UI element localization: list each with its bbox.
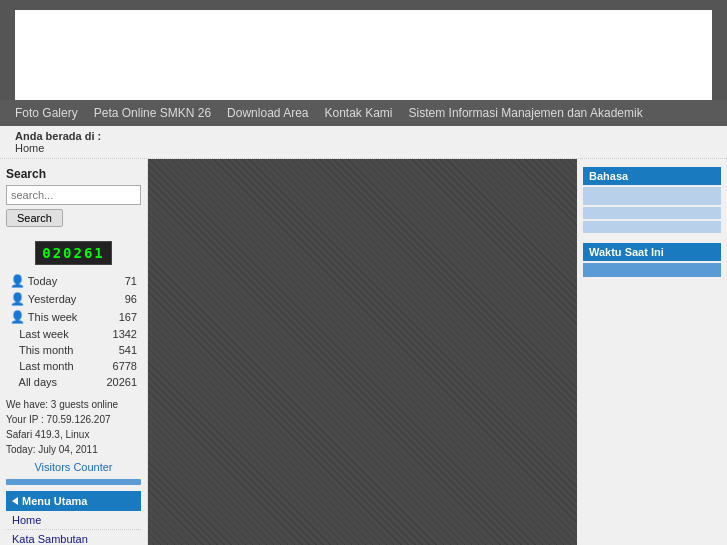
triangle-icon [12, 497, 18, 505]
bahasa-content-1 [583, 187, 721, 205]
search-button[interactable]: Search [6, 209, 63, 227]
bahasa-content-3 [583, 221, 721, 233]
visitor-info: We have: 3 guests online Your IP : 70.59… [6, 397, 141, 457]
waktu-label: Waktu Saat Ini [583, 243, 721, 261]
table-row: 👤 Today 71 [8, 273, 139, 289]
menu-utama-header: Menu Utama [6, 491, 141, 511]
banner-area [15, 10, 712, 100]
visitor-counter-display: 020261 [35, 241, 112, 265]
menu-utama-items: Home Kata Sambutan Profil Sekolah Presta… [6, 511, 141, 545]
person-icon-yesterday: 👤 [10, 292, 25, 306]
bahasa-label: Bahasa [583, 167, 721, 185]
left-sidebar: Search Search 020261 👤 Today 71 👤 Yester… [0, 159, 148, 545]
waktu-content [583, 263, 721, 277]
search-section: Search Search [6, 167, 141, 227]
search-title: Search [6, 167, 141, 181]
menu-item-kata-sambutan[interactable]: Kata Sambutan [6, 530, 141, 545]
search-input[interactable] [6, 185, 141, 205]
visitor-guests: We have: 3 guests online [6, 399, 118, 410]
table-row: This month 541 [8, 343, 139, 357]
visitor-ip: Your IP : 70.59.126.207 [6, 414, 111, 425]
breadcrumb-home[interactable]: Home [15, 142, 44, 154]
blue-spacer [6, 479, 141, 485]
breadcrumb-prefix: Anda berada di : [15, 130, 101, 142]
visitor-date: Today: July 04, 2011 [6, 444, 98, 455]
right-sidebar: Bahasa Waktu Saat Ini [577, 159, 727, 545]
breadcrumb: Anda berada di : Home [0, 126, 727, 159]
navbar: Foto Galery Peta Online SMKN 26 Download… [0, 100, 727, 126]
nav-peta-online[interactable]: Peta Online SMKN 26 [94, 106, 211, 120]
center-content [148, 159, 577, 545]
table-row: 👤 This week 167 [8, 309, 139, 325]
stats-table: 👤 Today 71 👤 Yesterday 96 👤 This week 16… [6, 271, 141, 391]
visitor-browser: Safari 419.3, Linux [6, 429, 89, 440]
person-icon-week: 👤 [10, 310, 25, 324]
person-icon-today: 👤 [10, 274, 25, 288]
bahasa-widget: Bahasa [583, 167, 721, 233]
bahasa-content-2 [583, 207, 721, 219]
nav-kontak-kami[interactable]: Kontak Kami [325, 106, 393, 120]
menu-item-home[interactable]: Home [6, 511, 141, 530]
waktu-widget: Waktu Saat Ini [583, 243, 721, 277]
table-row: 👤 Yesterday 96 [8, 291, 139, 307]
nav-foto-galery[interactable]: Foto Galery [15, 106, 78, 120]
menu-utama-title: Menu Utama [22, 495, 87, 507]
nav-sima[interactable]: Sistem Informasi Manajemen dan Akademik [409, 106, 643, 120]
menu-utama-section: Menu Utama Home Kata Sambutan Profil Sek… [6, 491, 141, 545]
table-row: All days 20261 [8, 375, 139, 389]
table-row: Last month 6778 [8, 359, 139, 373]
main-wrapper: Search Search 020261 👤 Today 71 👤 Yester… [0, 159, 727, 545]
table-row: Last week 1342 [8, 327, 139, 341]
nav-download-area[interactable]: Download Area [227, 106, 308, 120]
visitors-counter-link[interactable]: Visitors Counter [6, 461, 141, 473]
